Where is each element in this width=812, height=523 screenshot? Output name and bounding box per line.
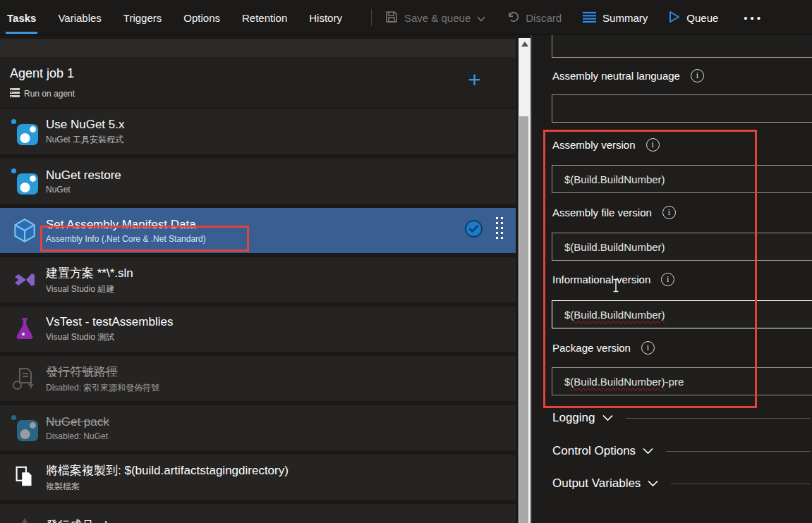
nuget-icon xyxy=(9,117,40,147)
queue-button[interactable]: Queue xyxy=(669,11,718,25)
section-output-variables[interactable]: Output Variables xyxy=(552,476,811,491)
assembly-neutral-language-input[interactable] xyxy=(552,94,812,123)
tab-strip: Tasks Variables Triggers Options Retenti… xyxy=(7,0,342,35)
input-value-prefix: $ xyxy=(564,376,570,388)
assembly-title-input[interactable] xyxy=(552,35,812,58)
tab-variables-label: Variables xyxy=(58,12,101,24)
publish-symbols-icon xyxy=(9,364,40,393)
assembly-neutral-language-label: Assembly neutral language xyxy=(552,70,680,82)
tab-tasks[interactable]: Tasks xyxy=(7,0,36,35)
section-rule xyxy=(666,451,811,452)
task-list-panel: Agent job 1 Run on agent + xyxy=(0,35,516,523)
task-subtitle: Visual Studio 組建 xyxy=(46,283,133,295)
info-icon[interactable]: i xyxy=(691,69,704,82)
info-icon[interactable]: i xyxy=(646,138,660,152)
save-icon xyxy=(385,11,398,25)
section-control-options[interactable]: Control Options xyxy=(552,444,811,458)
task-title: 發行成品: drop xyxy=(46,517,124,523)
tab-triggers-label: Triggers xyxy=(123,12,162,24)
task-title: Use NuGet 5.x xyxy=(46,118,125,132)
task-title: 發行符號路徑 xyxy=(46,364,159,380)
tab-variables[interactable]: Variables xyxy=(58,0,101,35)
field-label-row: Assembly file version i xyxy=(552,206,676,219)
toolbar-actions: Save & queue Discard xyxy=(385,0,763,35)
scrollbar-thumb[interactable] xyxy=(519,116,528,523)
visual-studio-icon xyxy=(9,266,40,294)
tab-history[interactable]: History xyxy=(309,0,342,35)
field-label-row: Package version i xyxy=(552,341,655,355)
agent-icon xyxy=(10,88,20,99)
task-title: 將檔案複製到: $(build.artifactstagingdirectory… xyxy=(46,462,289,479)
task-row-copy-files[interactable]: 將檔案複製到: $(build.artifactstagingdirectory… xyxy=(0,455,516,500)
pipeline-editor: Tasks Variables Triggers Options Retenti… xyxy=(0,0,812,523)
toolbar-divider xyxy=(371,9,372,26)
assembly-file-version-input[interactable]: $(Build.BuildNumber) xyxy=(552,233,812,261)
info-icon[interactable]: i xyxy=(662,206,676,219)
task-row-vstest[interactable]: VsTest - testAssembliesVisual Studio 測試 xyxy=(0,307,516,352)
summary-label: Summary xyxy=(602,12,648,24)
informational-version-label: Informational version xyxy=(552,273,650,285)
task-title: NuGet pack xyxy=(46,415,109,429)
assembly-version-label: Assembly version xyxy=(552,139,636,151)
add-task-button[interactable]: + xyxy=(468,68,481,91)
undo-icon xyxy=(507,11,519,25)
assembly-version-input[interactable]: $(Build.BuildNumber) xyxy=(552,165,812,193)
nuget-icon xyxy=(9,413,40,443)
section-label: Output Variables xyxy=(552,476,641,491)
tab-retention[interactable]: Retention xyxy=(242,0,287,35)
scrollbar-up-arrow[interactable] xyxy=(521,42,528,47)
task-row-build-solution[interactable]: 建置方案 **\*.slnVisual Studio 組建 xyxy=(0,257,516,302)
vertical-scrollbar xyxy=(519,35,531,523)
package-version-input[interactable]: $(Build.BuildNumber) -pre xyxy=(552,367,812,395)
tab-retention-label: Retention xyxy=(242,12,287,24)
section-label: Logging xyxy=(552,411,595,425)
task-subtitle: NuGet 工具安裝程式 xyxy=(46,134,125,146)
task-row-publish-symbols[interactable]: 發行符號路徑Disabled: 索引來源和發佈符號 xyxy=(0,356,516,401)
agent-job-subtitle: Run on agent xyxy=(24,89,75,99)
input-value-misspelled: (Build.BuildNumber) xyxy=(570,309,665,321)
section-rule xyxy=(671,484,811,484)
summary-list-icon xyxy=(583,11,596,25)
section-logging[interactable]: Logging xyxy=(552,411,811,425)
play-icon xyxy=(669,11,680,25)
task-subtitle: Assembly Info (.Net Core & .Net Standard… xyxy=(46,234,206,244)
task-settings-panel: Assembly neutral language i Assembly ver… xyxy=(532,35,812,523)
package-version-label: Package version xyxy=(552,342,631,354)
task-title: NuGet restore xyxy=(46,168,121,183)
tab-triggers[interactable]: Triggers xyxy=(123,0,162,35)
agent-job-header[interactable]: Agent job 1 Run on agent + xyxy=(0,57,516,108)
discard-button[interactable]: Discard xyxy=(507,11,562,25)
info-icon[interactable]: i xyxy=(641,341,655,355)
task-row-publish-artifact[interactable]: 發行成品: drop xyxy=(0,504,516,523)
assembly-file-version-label: Assembly file version xyxy=(552,207,652,219)
info-icon[interactable]: i xyxy=(661,273,674,286)
task-row-nuget-restore[interactable]: NuGet restoreNuGet xyxy=(0,159,516,204)
agent-job-title: Agent job 1 xyxy=(10,66,74,81)
task-subtitle: NuGet xyxy=(46,185,121,195)
chevron-down-icon xyxy=(643,444,653,458)
task-row-use-nuget[interactable]: Use NuGet 5.xNuGet 工具安裝程式 xyxy=(0,109,516,154)
drag-grip-icon[interactable] xyxy=(496,217,503,239)
summary-button[interactable]: Summary xyxy=(583,11,648,25)
save-and-queue-button[interactable]: Save & queue xyxy=(385,11,485,25)
input-value-prefix: $ xyxy=(564,309,570,321)
task-row-set-assembly-manifest[interactable]: Set Assembly Manifest DataAssembly Info … xyxy=(0,208,516,253)
input-value-suffix: -pre xyxy=(665,376,684,388)
task-list: Use NuGet 5.xNuGet 工具安裝程式 NuGet restoreN… xyxy=(0,109,516,523)
tab-history-label: History xyxy=(309,12,342,24)
tab-tasks-label: Tasks xyxy=(7,12,36,24)
list-header-strip xyxy=(0,39,516,57)
more-options-button[interactable]: ••• xyxy=(739,12,763,24)
informational-version-input[interactable]: $(Build.BuildNumber) xyxy=(552,300,812,328)
task-enabled-check-icon[interactable] xyxy=(464,219,483,241)
task-subtitle: 複製檔案 xyxy=(46,481,289,493)
task-row-nuget-pack[interactable]: NuGet packDisabled: NuGet xyxy=(0,405,516,450)
task-title: VsTest - testAssemblies xyxy=(46,315,173,329)
section-rule xyxy=(626,418,811,419)
test-flask-icon xyxy=(9,315,40,343)
tab-options-label: Options xyxy=(183,12,220,24)
chevron-down-icon xyxy=(648,476,658,491)
section-label: Control Options xyxy=(552,444,636,458)
input-value-misspelled: (Build.BuildNumber) xyxy=(570,376,665,388)
tab-options[interactable]: Options xyxy=(183,0,220,35)
